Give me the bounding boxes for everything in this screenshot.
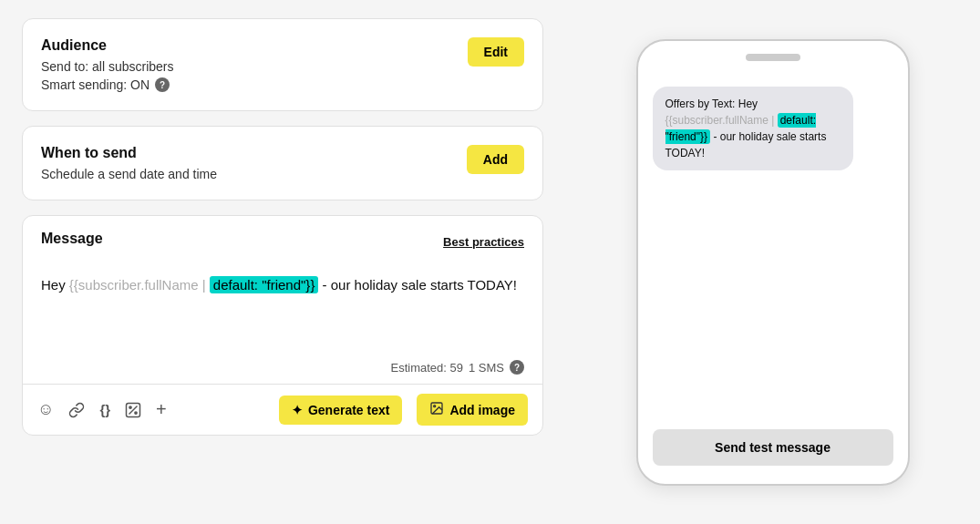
audience-card: Audience Send to: all subscribers Smart … <box>22 18 543 111</box>
send-test-button[interactable]: Send test message <box>653 429 893 466</box>
message-footer: Estimated: 59 1 SMS ? <box>23 354 542 384</box>
when-to-send-info: When to send Schedule a send date and ti… <box>41 145 217 181</box>
message-body[interactable]: Hey {{subscriber.fullName | default: "fr… <box>23 263 542 354</box>
phone-mockup: Offers by Text: Hey {{subscriber.fullNam… <box>636 39 910 486</box>
right-panel: Offers by Text: Hey {{subscriber.fullNam… <box>565 0 980 524</box>
audience-info: Audience Send to: all subscribers Smart … <box>41 37 174 92</box>
add-image-icon <box>429 401 444 418</box>
best-practices-link[interactable]: Best practices <box>443 235 524 249</box>
sms-count: 1 SMS <box>469 361 504 375</box>
audience-smart-sending: Smart sending: ON ? <box>41 77 174 92</box>
estimated-label: Estimated: 59 <box>390 361 463 375</box>
message-body-prefix: Hey <box>41 277 69 293</box>
plus-icon[interactable]: + <box>156 399 167 420</box>
sms-bubble-prefix: Offers by Text: Hey <box>665 98 758 110</box>
sms-bubble-wrapper: Offers by Text: Hey {{subscriber.fullNam… <box>653 87 893 170</box>
audience-edit-button[interactable]: Edit <box>468 37 524 67</box>
message-body-highlight: default: "friend"}} <box>210 276 319 293</box>
svg-point-5 <box>434 406 436 407</box>
svg-point-3 <box>135 411 137 413</box>
when-to-send-header: When to send Schedule a send date and ti… <box>41 145 524 181</box>
sms-bubble-gray: {{subscriber.fullName | <box>665 114 775 127</box>
when-to-send-add-button[interactable]: Add <box>467 145 524 174</box>
when-to-send-title: When to send <box>41 145 217 161</box>
audience-send-to: Send to: all subscribers <box>41 59 174 74</box>
percent-icon[interactable] <box>125 402 141 418</box>
phone-notch <box>746 54 800 61</box>
add-image-button[interactable]: Add image <box>417 394 528 426</box>
link-icon[interactable] <box>68 402 85 418</box>
svg-point-2 <box>129 406 131 407</box>
smart-sending-help-icon[interactable]: ? <box>155 77 170 92</box>
when-to-send-card: When to send Schedule a send date and ti… <box>22 126 543 200</box>
emoji-icon[interactable]: ☺ <box>37 400 54 419</box>
audience-title: Audience <box>41 37 174 54</box>
message-title: Message <box>41 231 103 247</box>
sms-info-icon[interactable]: ? <box>510 360 524 375</box>
generate-text-icon: ✦ <box>292 403 303 417</box>
message-toolbar: ☺ {} + ✦ Generate text <box>23 384 542 435</box>
sms-bubble: Offers by Text: Hey {{subscriber.fullNam… <box>653 87 853 170</box>
generate-text-button[interactable]: ✦ Generate text <box>279 396 402 425</box>
left-panel: Audience Send to: all subscribers Smart … <box>0 0 565 524</box>
when-to-send-subtitle: Schedule a send date and time <box>41 167 217 181</box>
message-body-gray: {{subscriber.fullName | <box>69 277 206 293</box>
message-card: Message Best practices Hey {{subscriber.… <box>22 215 543 436</box>
curly-braces-icon[interactable]: {} <box>99 402 110 417</box>
message-body-suffix: - our holiday sale starts TODAY! <box>318 277 517 293</box>
audience-card-header: Audience Send to: all subscribers Smart … <box>41 37 524 92</box>
message-card-header: Message Best practices <box>23 216 542 263</box>
